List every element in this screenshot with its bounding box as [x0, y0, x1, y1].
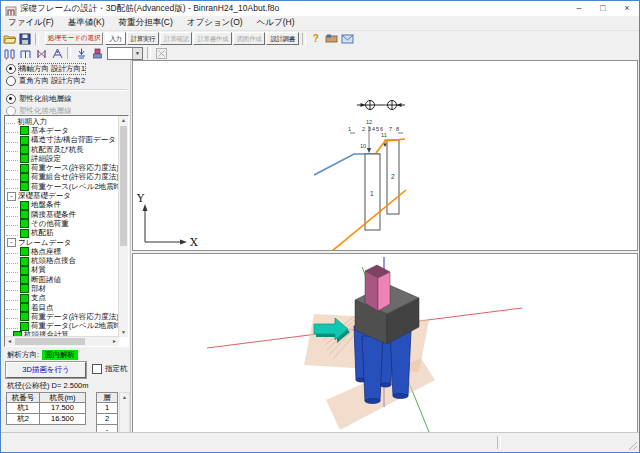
radio-strata-after-label: 塑性化後地層線 — [19, 106, 72, 116]
tree-item-20[interactable]: 着目点 — [6, 303, 118, 312]
menu-item-4[interactable]: ヘルプ(H) — [250, 17, 302, 29]
tree-connector — [6, 221, 18, 226]
sidebar: 橋軸方向 設計方向1 直角方向 設計方向2 塑性化前地層線 塑性化後地層線 初期… — [2, 60, 131, 433]
save-icon[interactable] — [18, 32, 32, 45]
layer-cell-1: 2 — [96, 414, 118, 425]
toolbar-separator — [35, 33, 39, 45]
draw-3d-button[interactable]: 3D描画を行う — [6, 362, 86, 378]
open-file-icon[interactable] — [2, 32, 16, 45]
radio-direction-2[interactable]: 直角方向 設計方向2 — [6, 75, 85, 86]
tree-item-22[interactable]: 荷重データ(レベル2地震時) — [6, 322, 118, 331]
tree-connector — [6, 119, 15, 124]
checkbox-box[interactable] — [92, 364, 102, 374]
tree-item-19[interactable]: 支点 — [6, 294, 118, 303]
dim-label-4: 4 — [372, 126, 375, 132]
menu-item-3[interactable]: オプション(O) — [180, 17, 250, 29]
check-icon — [20, 154, 29, 163]
toolbar-button-1[interactable]: 計算実行 — [127, 32, 159, 45]
reference-icon[interactable] — [325, 32, 339, 45]
scroll-left-icon[interactable]: ◄ — [5, 337, 14, 346]
tree-item-11[interactable]: その他荷重 — [6, 219, 118, 228]
close-button[interactable]: × — [615, 1, 639, 16]
toolbar-button-0[interactable]: 入力 — [105, 32, 125, 45]
pile-no-cell: 杭2 — [6, 414, 40, 425]
abutment-wall — [365, 265, 390, 311]
tree-item-14[interactable]: 格点座標 — [6, 247, 118, 256]
scrollbar-thumb[interactable] — [120, 126, 127, 246]
pile-table: 杭番号 杭長(m) 杭117.500杭216.500 — [6, 392, 86, 425]
check-icon — [20, 275, 29, 284]
collapse-icon[interactable]: - — [7, 192, 16, 201]
toolbar-button-3: 計算書作成 — [193, 32, 232, 45]
tree-item-4[interactable]: 詳細設定 — [6, 154, 118, 163]
tree-item-5[interactable]: 荷重ケース(許容応力度法) — [6, 163, 118, 172]
check-icon — [20, 126, 29, 135]
tree-item-12[interactable]: 杭配筋 — [6, 229, 118, 238]
tree-item-10[interactable]: 隣接基礎条件 — [6, 210, 118, 219]
frame-view-icon-1[interactable] — [2, 47, 16, 60]
check-icon — [20, 294, 29, 303]
radio-direction-1[interactable]: 橋軸方向 設計方向1 — [6, 63, 85, 74]
scroll-right-icon[interactable]: ► — [110, 337, 119, 346]
check-icon — [20, 136, 29, 145]
maximize-button[interactable]: □ — [591, 1, 615, 16]
collapse-icon[interactable]: - — [7, 238, 16, 247]
status-divider — [497, 436, 501, 449]
scrollbar-thumb[interactable] — [15, 338, 85, 345]
scroll-up-icon[interactable]: ▲ — [119, 116, 128, 125]
tree-item-9[interactable]: 地盤条件 — [6, 201, 118, 210]
dim-label-12: 12 — [366, 119, 372, 125]
tree-vertical-scrollbar[interactable]: ▲ ▼ — [118, 116, 128, 337]
tree-horizontal-scrollbar[interactable]: ◄ ► — [5, 336, 119, 346]
frame-view-icon-2[interactable] — [18, 47, 32, 60]
dim-label-7: 7 — [389, 126, 392, 132]
toolbar-main: 処理モードの選択 入力計算実行計算確認計算書作成図面作成設計調書 ? — [1, 31, 639, 46]
tree-item-7[interactable]: 荷重ケース(レベル2地震時) — [6, 182, 118, 191]
model-3d-drawing — [133, 254, 637, 432]
menu-item-0[interactable]: ファイル(F) — [1, 17, 61, 29]
tree-item-18[interactable]: 部材 — [6, 284, 118, 293]
toolbar-button-5[interactable]: 設計調書 — [266, 32, 298, 45]
resize-grip[interactable] — [626, 439, 638, 451]
support-icon[interactable] — [74, 47, 88, 60]
tree-connector — [6, 231, 18, 236]
frame-view-icon-4[interactable] — [50, 47, 64, 60]
tree-item-6[interactable]: 荷重組合せ(許容応力度法) — [6, 173, 118, 182]
scroll-up-icon[interactable]: ▲ — [120, 393, 129, 402]
tree-item-21[interactable]: 荷重データ(許容応力度法) — [6, 312, 118, 321]
check-icon — [20, 182, 29, 191]
elevation-view-panel[interactable]: Y X — [132, 60, 638, 251]
tree-item-0[interactable]: 初期入力 — [6, 117, 118, 126]
window-controls: – □ × — [567, 1, 639, 16]
dim-label-2: 2 — [362, 126, 365, 132]
disabled-tool-icon — [154, 47, 168, 60]
scale-combobox[interactable]: ▼ — [107, 47, 143, 60]
tree-item-15[interactable]: 杭頭格点接合 — [6, 256, 118, 265]
pier-icon[interactable] — [90, 47, 104, 60]
mail-icon[interactable] — [341, 32, 355, 45]
tree-item-16[interactable]: 材質 — [6, 266, 118, 275]
group-separator — [5, 89, 127, 91]
analysis-direction-label: 解析方向: — [7, 350, 39, 360]
check-icon — [20, 284, 29, 293]
minimize-button[interactable]: – — [567, 1, 591, 16]
help-icon[interactable]: ? — [309, 32, 323, 45]
tree-item-17[interactable]: 断面諸値 — [6, 275, 118, 284]
tree-item-1[interactable]: 基本データ — [6, 126, 118, 135]
specified-pile-checkbox[interactable]: 指定杭 — [92, 364, 128, 374]
tree-item-13[interactable]: -フレームデータ — [6, 238, 118, 247]
scroll-down-icon[interactable]: ▼ — [119, 328, 128, 337]
menu-item-2[interactable]: 荷重分担率(C) — [112, 17, 180, 29]
layer-header: 層 — [96, 392, 118, 403]
radio-strata-before[interactable]: 塑性化前地層線 — [6, 93, 72, 104]
dim-label-3: 3 — [368, 126, 371, 132]
model-3d-panel[interactable] — [132, 253, 638, 433]
check-icon — [20, 312, 29, 321]
tree-item-3[interactable]: 杭配置及び杭長 — [6, 145, 118, 154]
frame-view-icon-3[interactable] — [34, 47, 48, 60]
tree-item-8[interactable]: -深礎基礎データ — [6, 191, 118, 200]
tree-connector — [6, 268, 18, 273]
chevron-down-icon[interactable]: ▼ — [132, 48, 142, 59]
menu-item-1[interactable]: 基準値(K) — [61, 17, 112, 29]
tree-item-2[interactable]: 構造寸法/橋台背面データ — [6, 136, 118, 145]
